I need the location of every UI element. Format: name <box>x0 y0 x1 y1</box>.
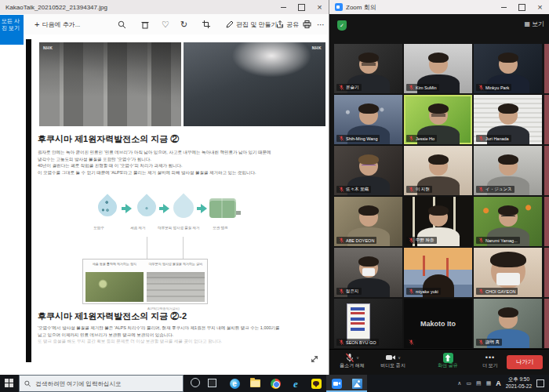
photos-toolbar: + 다음에 추가... ♡ ↻ <box>0 14 329 34</box>
arrow-icon <box>122 204 133 213</box>
participant-tile[interactable]: 이 지현 <box>404 146 472 195</box>
participant-name-tag: ABE DOYEON <box>336 237 376 244</box>
unmute-button[interactable]: ∨ 음소거 해제 <box>333 352 372 368</box>
taskbar-clock[interactable]: 오후 9:50 2021-05-22 <box>506 376 532 390</box>
muted-mic-icon <box>339 238 344 243</box>
participant-tile[interactable]: 謝明 真 <box>474 299 542 348</box>
taskbar-app-chrome[interactable] <box>265 375 285 392</box>
participant-tile[interactable]: Shih-Ming Wang <box>334 95 402 144</box>
add-to-button[interactable]: + 다음에 추가... <box>35 14 80 34</box>
taskbar-apps <box>224 375 367 392</box>
share-screen-button[interactable]: 화면 공유 <box>428 352 467 368</box>
view-all-photos-button[interactable]: 모든 사진 보기 <box>0 15 24 45</box>
document-photo-aerial: NHK <box>184 42 325 126</box>
participant-name-tag: Shih-Ming Wang <box>336 135 380 142</box>
cortana-button[interactable] <box>191 378 200 387</box>
diagram-label: 오염수 <box>81 226 117 230</box>
taskbar-app-edge[interactable] <box>224 375 245 392</box>
task-view-button[interactable] <box>208 379 216 387</box>
participant-tile[interactable]: Narumi Yamag... <box>474 197 542 246</box>
muted-mic-icon <box>409 238 414 243</box>
participant-tile[interactable]: 윤슬기 <box>334 44 402 93</box>
tray-status-icon[interactable]: ▦ <box>486 380 492 387</box>
action-center-button[interactable] <box>536 379 544 387</box>
participant-tile[interactable]: Kim SuMin <box>404 44 472 93</box>
search-icon <box>24 380 31 387</box>
taskbar-search[interactable] <box>19 375 184 392</box>
chevron-up-icon[interactable]: ∨ <box>356 355 359 360</box>
participant-tile[interactable]: ABE DOYEON <box>334 197 402 246</box>
close-button[interactable] <box>531 0 549 14</box>
minimize-button[interactable] <box>495 0 513 14</box>
participant-tile[interactable]: イ・ジュンス <box>474 146 542 195</box>
favorite-button[interactable]: ♡ <box>162 14 169 34</box>
more-label: 더 보기 <box>471 363 510 368</box>
view-button[interactable]: 보기 <box>524 20 544 28</box>
zoom-button[interactable] <box>118 14 126 34</box>
stop-video-button[interactable]: ∨ 비디오 중지 <box>373 352 413 368</box>
print-button[interactable] <box>303 14 311 34</box>
participant-name-tag: CHOI GAYEON <box>476 288 518 295</box>
tray-chevron-up-icon[interactable]: ∧ <box>457 380 461 387</box>
delete-button[interactable] <box>141 14 149 34</box>
connector-line <box>147 237 147 259</box>
participant-name-tag: Juri Hanada <box>476 135 511 142</box>
participant-tile[interactable]: Juri Hanada <box>474 95 542 144</box>
participant-tile[interactable]: 佐々木 里織 <box>334 146 402 195</box>
more-button[interactable]: ⋯ <box>317 14 325 34</box>
crop-button[interactable] <box>202 14 210 34</box>
participant-tile[interactable]: CHOI GAYEON <box>474 248 542 297</box>
participant-tile[interactable]: Minkyu Park <box>474 44 542 93</box>
box-caption: 세슘 등을 흡착해 제거하는 장치 <box>85 262 144 266</box>
participant-name-tag: 정은지 <box>336 288 362 295</box>
taskbar-app-internet-explorer[interactable] <box>285 375 306 392</box>
share-button[interactable]: 공유 <box>276 14 299 34</box>
participant-tile[interactable]: SEON BYU GO <box>334 299 402 348</box>
search-input[interactable] <box>34 379 178 388</box>
cropped-video-column <box>544 44 549 348</box>
desktop: KakaoTalk_20210522_21394347.jpg 모든 사진 보기… <box>0 0 549 392</box>
leave-meeting-button[interactable]: 나가기 <box>507 355 543 369</box>
zoom-titlebar[interactable]: Zoom 회의 <box>329 0 549 14</box>
participant-tile[interactable]: 中野 玲奈 <box>404 197 472 246</box>
resize-diagonal-icon[interactable] <box>310 353 319 367</box>
taskbar-app-kakaotalk[interactable] <box>306 375 326 392</box>
clock-date: 2021-05-22 <box>506 383 532 390</box>
participant-name-tag: 中野 玲奈 <box>406 237 437 244</box>
share-screen-icon <box>443 353 453 363</box>
start-button[interactable] <box>5 379 14 388</box>
participant-tile[interactable]: Jessie Ho <box>404 95 472 144</box>
edit-pencil-icon <box>226 20 234 28</box>
photo-document[interactable]: NHK NHK 후쿠시마 제1원자력발전소의 지금 ② 원자로 안에는 녹아 굳… <box>31 34 325 375</box>
more-button[interactable]: ••• 더 보기 <box>471 352 510 368</box>
maximize-button[interactable] <box>293 0 311 14</box>
participant-name-tag: 윤슬기 <box>336 84 362 91</box>
taskbar-app-photos[interactable] <box>347 375 367 392</box>
tray-status-icon[interactable]: ▤ <box>476 380 482 387</box>
connector-line <box>183 237 184 259</box>
participant-tile[interactable]: 정은지 <box>334 248 402 297</box>
close-button[interactable] <box>311 0 329 14</box>
rotate-button[interactable]: ↻ <box>180 14 187 34</box>
arrow-icon <box>159 204 170 213</box>
photos-window-title: KakaoTalk_20210522_21394347.jpg <box>0 4 274 11</box>
file-explorer-icon <box>250 379 260 387</box>
taskbar-app-file-explorer[interactable] <box>245 375 265 392</box>
participant-tile[interactable]: miyake yuki <box>404 248 472 297</box>
taskbar-app-zoom[interactable] <box>326 375 347 392</box>
ime-indicator[interactable]: A <box>496 379 501 387</box>
magnifier-icon <box>118 20 126 29</box>
edit-create-button[interactable]: 편집 및 만들기 ∨ <box>226 14 283 34</box>
muted-mic-icon <box>409 339 414 345</box>
photos-titlebar[interactable]: KakaoTalk_20210522_21394347.jpg <box>0 0 329 14</box>
chevron-up-icon[interactable]: ∨ <box>398 355 401 360</box>
maximize-button[interactable] <box>513 0 531 14</box>
participant-tile[interactable]: Makoto Ito <box>404 299 472 348</box>
muted-mic-icon <box>478 85 484 90</box>
tray-status-icon[interactable]: ▭ <box>466 380 471 387</box>
minimize-button[interactable] <box>274 0 293 14</box>
storage-tank-icon <box>209 198 236 218</box>
muted-mic-icon <box>345 353 354 363</box>
rotate-icon: ↻ <box>180 20 187 30</box>
meeting-security-shield-icon[interactable] <box>337 20 347 31</box>
